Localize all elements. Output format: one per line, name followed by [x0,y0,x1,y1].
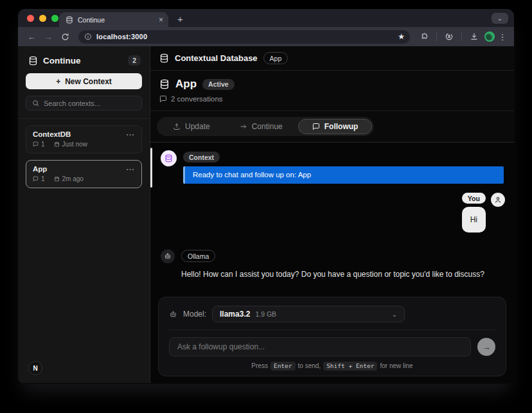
chat-bubble-icon [312,123,320,130]
bookmark-star-icon[interactable]: ★ [398,32,405,41]
chat-area: Context Ready to chat and follow up on: … [150,143,514,289]
context-header: App Active 2 conversations [150,71,514,111]
calendar-icon [54,141,60,147]
context-role-badge: Context [183,152,220,163]
browser-toolbar: ← → localhost:3000 ★ ⋮ [18,27,514,46]
context-name: App [33,165,135,173]
enter-key-badge: Enter [270,362,296,371]
toolbar-divider [436,32,437,41]
model-select[interactable]: llama3.2 1.9 GB ⌄ [212,306,405,322]
database-icon [159,53,169,63]
url-bar[interactable]: localhost:3000 ★ [78,30,410,44]
tab-strip: Continue × + ⌄ [18,9,514,27]
tab-label: Continue [252,122,283,131]
composer-area: Model: llama3.2 1.9 GB ⌄ → PressEnterto … [150,289,514,383]
new-context-button[interactable]: + New Context [26,73,142,89]
tab-update[interactable]: Update [159,119,224,134]
close-window-button[interactable] [27,15,34,22]
followup-question-input[interactable] [169,337,471,356]
extensions-icon[interactable] [416,33,432,41]
tab-label: Followup [324,122,359,131]
context-message: Context Ready to chat and follow up on: … [150,150,514,184]
context-list-item-contextdb[interactable]: ContextDB 1 Just now ⋯ [26,125,142,154]
back-button[interactable]: ← [24,32,39,42]
page-header: Contextual Database App [150,46,514,71]
mode-segmented-control: Update Continue Followup [157,117,374,136]
new-tab-button[interactable]: + [177,13,183,24]
assistant-message: Ollama Hello! How can I assist you today… [150,249,514,289]
context-time: 2m ago [62,175,84,182]
profile-hub-icon[interactable] [441,32,457,41]
keyboard-hint: PressEnterto send,Shift + Enterfor new l… [169,362,495,369]
url-text[interactable]: localhost:3000 [96,33,393,40]
nextjs-dev-indicator[interactable]: N [28,361,42,375]
context-more-icon[interactable]: ⋯ [126,164,135,174]
assistant-message-text: Hello! How can I assist you today? Do yo… [181,268,496,282]
tab-continue[interactable]: Continue [226,119,297,134]
chevron-down-icon: ⌄ [392,311,397,318]
search-contexts-box[interactable] [26,96,142,110]
reload-button[interactable] [58,33,72,41]
context-list: ContextDB 1 Just now ⋯ App 1 [18,119,150,195]
forward-button[interactable]: → [41,32,55,42]
browser-menu-icon[interactable]: ⋮ [497,32,508,42]
chat-scrollbar-thumb[interactable] [150,148,152,188]
mode-toolbar: Update Continue Followup [150,111,514,143]
upload-icon [173,123,181,130]
tab-search-chevron-icon[interactable]: ⌄ [492,13,508,24]
tab-title: Continue [78,16,154,24]
user-role-badge: You [462,193,486,204]
tab-followup[interactable]: Followup [298,119,373,134]
toolbar-divider [461,32,462,41]
sidebar: Continue 2 + New Context ContextDB [18,46,150,383]
context-title: App [175,78,197,91]
zoom-window-button[interactable] [51,15,58,22]
robot-icon [169,310,177,319]
model-name: llama3.2 [220,310,250,319]
browser-tab[interactable]: Continue × [59,12,168,27]
context-count-badge: 2 [128,55,141,66]
minimize-window-button[interactable] [39,15,46,22]
user-message-bubble: Hi [462,207,486,233]
context-time: Just now [62,141,87,148]
plus-icon: + [56,77,60,86]
model-size: 1.9 GB [255,310,276,318]
page-title: Contextual Database [175,53,258,63]
context-list-item-app[interactable]: App 1 2m ago ⋯ [26,160,142,188]
browser-window: Continue × + ⌄ ← → localhost:3000 ★ [18,9,514,384]
main-panel: Contextual Database App App Active 2 con… [150,46,514,383]
composer-divider [169,330,495,330]
composer-panel: Model: llama3.2 1.9 GB ⌄ → PressEnterto … [158,297,506,376]
arrow-right-icon [240,123,247,130]
window-controls [27,15,58,22]
app-root: Continue 2 + New Context ContextDB [18,46,514,383]
browser-profile-avatar[interactable] [484,31,495,42]
new-context-label: New Context [65,77,112,86]
context-banner: Ready to chat and follow up on: App [183,166,504,184]
send-button[interactable]: → [477,338,495,356]
app-logo-database-icon [28,56,38,66]
message-bubble-icon [159,95,167,103]
site-info-icon[interactable] [84,33,92,40]
tab-close-icon[interactable]: × [159,16,163,24]
conversation-count: 2 conversations [171,95,223,103]
context-avatar-database-icon [161,150,177,166]
user-avatar-person-icon [491,193,505,207]
context-message-count: 1 [41,141,45,148]
context-name: ContextDB [33,130,135,138]
downloads-icon[interactable] [466,32,482,41]
calendar-icon [54,176,60,182]
search-contexts-input[interactable] [44,100,136,107]
tab-favicon-database-icon [66,16,73,24]
message-bubble-icon [33,141,39,147]
context-message-count: 1 [41,175,45,182]
send-arrow-icon: → [483,342,491,352]
model-label: Model: [183,310,206,319]
active-status-badge: Active [202,79,235,90]
user-message: You Hi [150,193,505,233]
app-title: Continue [43,56,123,66]
shift-enter-key-badge: Shift + Enter [323,362,377,371]
tab-label: Update [185,122,210,131]
context-more-icon[interactable]: ⋯ [126,130,135,139]
search-icon [32,100,39,107]
